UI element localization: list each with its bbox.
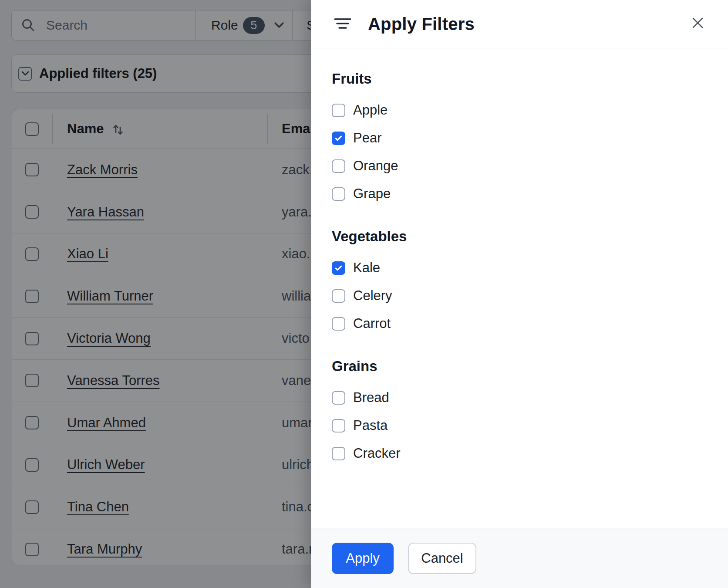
close-button[interactable] <box>689 14 706 31</box>
filter-option-label: Bread <box>353 390 389 406</box>
filter-option-label: Celery <box>353 288 392 304</box>
filter-option-celery[interactable]: Celery <box>332 282 711 310</box>
filter-option-cracker[interactable]: Cracker <box>332 439 711 467</box>
filter-option-label: Orange <box>353 158 398 174</box>
cancel-button[interactable]: Cancel <box>408 543 476 574</box>
filter-sections: FruitsApplePearOrangeGrapeVegetablesKale… <box>311 48 728 467</box>
checkbox-unchecked[interactable] <box>332 289 345 303</box>
close-icon <box>692 17 703 28</box>
apply-button[interactable]: Apply <box>332 543 394 574</box>
filter-section-heading: Grains <box>332 358 711 375</box>
filter-option-label: Kale <box>353 260 380 276</box>
filter-option-grape[interactable]: Grape <box>332 180 711 208</box>
checkmark-icon <box>334 264 343 273</box>
filter-option-label: Pasta <box>353 418 388 433</box>
filter-section-fruits: FruitsApplePearOrangeGrape <box>332 70 711 208</box>
filter-option-label: Apple <box>353 102 388 118</box>
checkbox-checked[interactable] <box>332 132 345 145</box>
checkbox-checked[interactable] <box>332 261 345 275</box>
filter-option-pasta[interactable]: Pasta <box>332 412 711 439</box>
checkmark-icon <box>334 134 343 143</box>
filter-section-heading: Vegetables <box>332 228 711 245</box>
checkbox-unchecked[interactable] <box>332 419 345 433</box>
checkbox-unchecked[interactable] <box>332 159 345 173</box>
filter-option-kale[interactable]: Kale <box>332 254 711 282</box>
checkbox-unchecked[interactable] <box>332 187 345 201</box>
checkbox-unchecked[interactable] <box>332 391 345 405</box>
filter-option-apple[interactable]: Apple <box>332 96 711 124</box>
filter-section-heading: Fruits <box>332 70 711 88</box>
panel-header: Apply Filters <box>311 0 728 48</box>
filter-option-pear[interactable]: Pear <box>332 124 711 152</box>
checkbox-unchecked[interactable] <box>332 317 345 331</box>
filter-option-label: Carrot <box>353 316 391 331</box>
apply-filters-panel: Apply Filters FruitsApplePearOrangeGrape… <box>311 0 728 588</box>
checkbox-unchecked[interactable] <box>332 447 345 460</box>
filter-section-grains: GrainsBreadPastaCracker <box>332 358 711 467</box>
filter-option-label: Cracker <box>353 446 401 461</box>
checkbox-unchecked[interactable] <box>332 104 345 117</box>
filter-option-carrot[interactable]: Carrot <box>332 310 711 338</box>
filter-icon <box>334 17 351 30</box>
screen: Role 5 S Applied filters (25) <box>0 0 728 588</box>
panel-footer: Apply Cancel <box>311 528 728 588</box>
filter-section-vegetables: VegetablesKaleCeleryCarrot <box>332 228 711 338</box>
filter-option-label: Pear <box>353 130 381 146</box>
filter-option-orange[interactable]: Orange <box>332 152 711 180</box>
panel-title: Apply Filters <box>368 14 475 34</box>
filter-option-label: Grape <box>353 186 391 202</box>
filter-option-bread[interactable]: Bread <box>332 384 711 412</box>
